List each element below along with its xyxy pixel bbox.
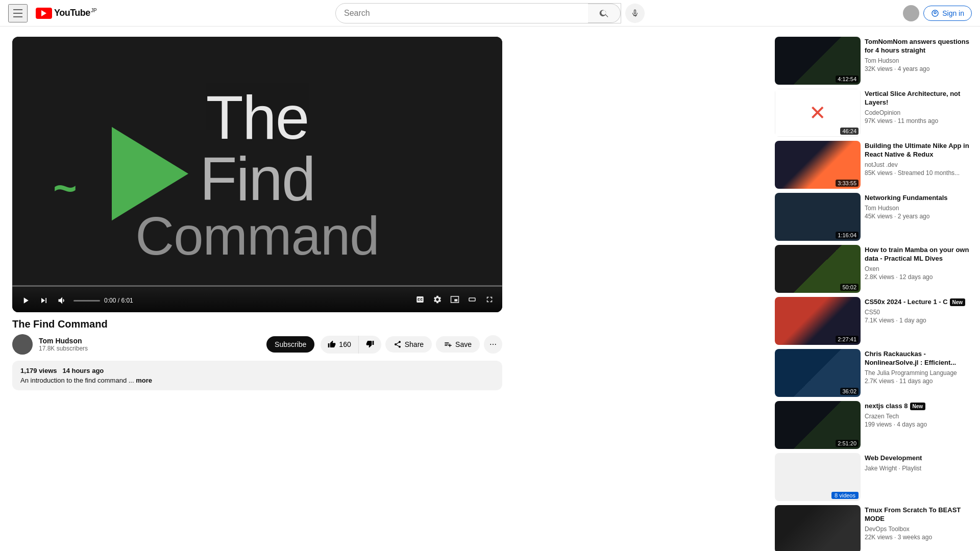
sidebar-item[interactable]: 36:02 Chris Rackauckas - NonlinearSolve.… xyxy=(775,349,972,397)
logo[interactable]: YouTubeJP xyxy=(36,8,96,19)
share-button[interactable]: Share xyxy=(385,336,432,353)
action-buttons: 160 Share Save ⋯ xyxy=(321,335,502,354)
thumbnail: 4:12:54 xyxy=(775,37,861,85)
sidebar-item-meta: 97K views · 11 months ago xyxy=(865,117,972,124)
sidebar: 4:12:54 TomNomNom answers questions for … xyxy=(775,27,980,551)
sidebar-item-channel: CodeOpinion xyxy=(865,109,972,116)
search-container xyxy=(335,3,621,23)
settings-button[interactable] xyxy=(431,293,444,308)
sidebar-item[interactable]: 3:33:55 Building the Ultimate Nike App i… xyxy=(775,141,972,189)
new-badge: New xyxy=(910,403,926,410)
avatar[interactable] xyxy=(903,5,919,21)
thumbnail: 2:27:41 xyxy=(775,297,861,345)
video-duration: 1:16:04 xyxy=(836,232,859,239)
sidebar-item-info: nextjs class 8New Crazen Tech 199 views … xyxy=(865,401,972,449)
sidebar-item-title: Web Development xyxy=(865,454,972,463)
sign-in-button[interactable]: Sign in xyxy=(923,6,972,21)
sidebar-item-title: Building the Ultimate Nike App in React … xyxy=(865,142,972,159)
mic-button[interactable] xyxy=(625,4,645,23)
video-player[interactable]: ~ The Find Command xyxy=(12,37,502,312)
video-duration: 3:33:55 xyxy=(836,180,859,187)
sidebar-item-meta: 7.1K views · 1 day ago xyxy=(865,317,972,324)
sidebar-item[interactable]: 2:51:20 nextjs class 8New Crazen Tech 19… xyxy=(775,401,972,449)
thumbnail: ✕ 46:24 xyxy=(775,89,861,137)
sidebar-item-title: Vertical Slice Architecture, not Layers! xyxy=(865,90,972,107)
captions-button[interactable] xyxy=(413,293,427,308)
video-duration: 2:27:41 xyxy=(836,336,859,343)
sidebar-item-title: Chris Rackauckas - NonlinearSolve.jl : E… xyxy=(865,350,972,367)
sidebar-item[interactable]: 1:16:04 Networking Fundamentals Tom Huds… xyxy=(775,193,972,241)
sidebar-item-channel: DevOps Toolbox xyxy=(865,525,972,533)
sidebar-item[interactable]: 2:27:41 CS50x 2024 - Lecture 1 - CNew CS… xyxy=(775,297,972,345)
more-options-button[interactable]: ⋯ xyxy=(484,335,502,354)
sidebar-item-meta: 199 views · 4 days ago xyxy=(865,421,972,428)
dislike-button[interactable] xyxy=(359,336,381,354)
time-display: 0:00 / 6:01 xyxy=(104,297,133,304)
search-button[interactable] xyxy=(588,4,621,23)
video-info: The Find Command Tom Hudson 17.8K subscr… xyxy=(12,318,502,390)
sidebar-item-title: nextjs class 8New xyxy=(865,402,972,411)
sidebar-item-info: CS50x 2024 - Lecture 1 - CNew CS50 7.1K … xyxy=(865,297,972,345)
video-duration: 36:02 xyxy=(840,388,859,395)
sidebar-item-meta: 32K views · 4 years ago xyxy=(865,65,972,72)
sidebar-item-title: TomNomNom answers questions for 4 hours … xyxy=(865,38,972,55)
description-more[interactable]: more xyxy=(136,377,152,384)
sidebar-item-channel: Tom Hudson xyxy=(865,205,972,212)
play-button[interactable] xyxy=(18,293,33,308)
play-arrow-decoration xyxy=(104,123,196,227)
video-stats: 1,179 views 14 hours ago xyxy=(20,367,494,374)
video-controls: 0:00 / 6:01 xyxy=(12,289,502,312)
sidebar-item-info: TomNomNom answers questions for 4 hours … xyxy=(865,37,972,85)
like-button[interactable]: 160 xyxy=(321,336,358,354)
sidebar-item-info: Vertical Slice Architecture, not Layers!… xyxy=(865,89,972,137)
sidebar-item[interactable]: Tmux From Scratch To BEAST MODE DevOps T… xyxy=(775,505,972,551)
progress-bar[interactable] xyxy=(12,285,502,287)
sidebar-item-channel: Oxen xyxy=(865,265,972,272)
avatar-image xyxy=(12,334,33,355)
video-title: The Find Command xyxy=(12,318,502,330)
volume-slider[interactable] xyxy=(74,300,100,302)
video-background: ~ The Find Command xyxy=(12,37,502,312)
channel-row: Tom Hudson 17.8K subscribers Subscribe 1… xyxy=(12,334,502,355)
sidebar-item-title: Tmux From Scratch To BEAST MODE xyxy=(865,506,972,523)
description-text: An introduction to the find command ... … xyxy=(20,377,494,384)
sidebar-item-channel: CS50 xyxy=(865,309,972,316)
sidebar-item-meta: 2.8K views · 12 days ago xyxy=(865,273,972,281)
sidebar-item[interactable]: ✕ 46:24 Vertical Slice Architecture, not… xyxy=(775,89,972,137)
subscribe-button[interactable]: Subscribe xyxy=(266,336,314,353)
sidebar-item-channel: Tom Hudson xyxy=(865,57,972,64)
miniplayer-button[interactable] xyxy=(448,293,461,308)
next-button[interactable] xyxy=(37,293,51,308)
sidebar-item-meta: 45K views · 2 years ago xyxy=(865,213,972,220)
fullscreen-button[interactable] xyxy=(483,293,496,308)
thumbnail: 36:02 xyxy=(775,349,861,397)
sidebar-item-info: Web Development Jake Wright · Playlist xyxy=(865,453,972,501)
sidebar-item-channel: Jake Wright · Playlist xyxy=(865,465,972,472)
channel-avatar[interactable] xyxy=(12,334,33,355)
sidebar-item-info: Networking Fundamentals Tom Hudson 45K v… xyxy=(865,193,972,241)
thumbnail: 50:02 xyxy=(775,245,861,293)
sidebar-item-info: Tmux From Scratch To BEAST MODE DevOps T… xyxy=(865,505,972,551)
sidebar-item-meta: 85K views · Streamed 10 months... xyxy=(865,169,972,177)
sidebar-item[interactable]: 4:12:54 TomNomNom answers questions for … xyxy=(775,37,972,85)
playlist-badge: 8 videos xyxy=(831,492,859,499)
svg-marker-0 xyxy=(112,127,188,220)
sidebar-item[interactable]: 50:02 How to train Mamba on your own dat… xyxy=(775,245,972,293)
logo-text: YouTubeJP xyxy=(54,8,96,18)
sidebar-item-title: How to train Mamba on your own data - Pr… xyxy=(865,246,972,263)
sidebar-item-meta: 2.7K views · 11 days ago xyxy=(865,378,972,385)
volume-button[interactable] xyxy=(55,293,69,308)
save-button[interactable]: Save xyxy=(436,336,480,353)
menu-button[interactable] xyxy=(8,4,28,22)
thumbnail: 1:16:04 xyxy=(775,193,861,241)
sidebar-item-info: Chris Rackauckas - NonlinearSolve.jl : E… xyxy=(865,349,972,397)
sidebar-item[interactable]: 8 videos Web Development Jake Wright · P… xyxy=(775,453,972,501)
theater-button[interactable] xyxy=(465,293,479,308)
header-right: Sign in xyxy=(849,5,972,21)
thumbnail: 2:51:20 xyxy=(775,401,861,449)
sidebar-item-channel: The Julia Programming Language xyxy=(865,369,972,377)
channel-info: Tom Hudson 17.8K subscribers xyxy=(39,337,260,352)
channel-name[interactable]: Tom Hudson xyxy=(39,337,260,345)
search-input[interactable] xyxy=(336,4,588,23)
youtube-icon xyxy=(36,8,52,19)
